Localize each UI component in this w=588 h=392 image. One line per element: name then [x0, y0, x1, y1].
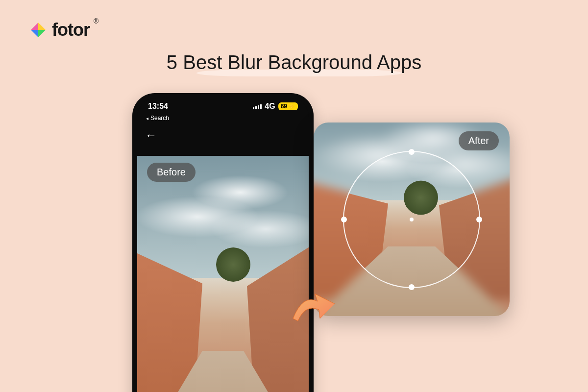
focus-handle-left[interactable]: [341, 217, 347, 222]
before-image-area: Before: [137, 156, 309, 392]
focus-handle-bottom[interactable]: [409, 284, 415, 290]
trademark-symbol: ®: [94, 17, 98, 25]
after-image-card: After: [314, 122, 510, 316]
back-arrow-icon[interactable]: ←: [145, 128, 157, 142]
focus-handle-right[interactable]: [476, 217, 482, 222]
signal-icon: [253, 103, 262, 109]
page-heading: 5 Best Blur Background Apps: [167, 51, 421, 74]
before-badge: Before: [147, 163, 196, 182]
network-label: 4G: [265, 102, 275, 111]
fotor-logo-icon: [29, 21, 47, 39]
breadcrumb-back-icon: ◂: [146, 116, 148, 121]
breadcrumb[interactable]: ◂ Search: [137, 115, 309, 124]
page-title: 5 Best Blur Background Apps: [167, 51, 421, 74]
status-time: 13:54: [148, 102, 168, 111]
battery-indicator: 69 ⚡: [278, 102, 298, 110]
focus-circle-control[interactable]: [343, 151, 480, 288]
status-bar: 13:54 4G 69 ⚡: [137, 98, 309, 115]
after-badge: After: [459, 131, 499, 150]
transition-arrow-icon: [288, 289, 337, 328]
breadcrumb-label: Search: [150, 115, 169, 122]
phone-mockup: 13:54 4G 69 ⚡ ◂ Search ←: [132, 93, 314, 392]
brand-logo: fotor ®: [29, 20, 99, 40]
focus-handle-top[interactable]: [409, 149, 415, 155]
phone-screen: 13:54 4G 69 ⚡ ◂ Search ←: [137, 98, 309, 392]
brand-name: fotor: [52, 20, 90, 40]
street-photo: [137, 156, 309, 392]
app-toolbar: ←: [137, 124, 309, 146]
charging-icon: ⚡: [288, 103, 295, 110]
battery-percent: 69: [281, 103, 287, 110]
focus-handle-center[interactable]: [410, 218, 414, 221]
